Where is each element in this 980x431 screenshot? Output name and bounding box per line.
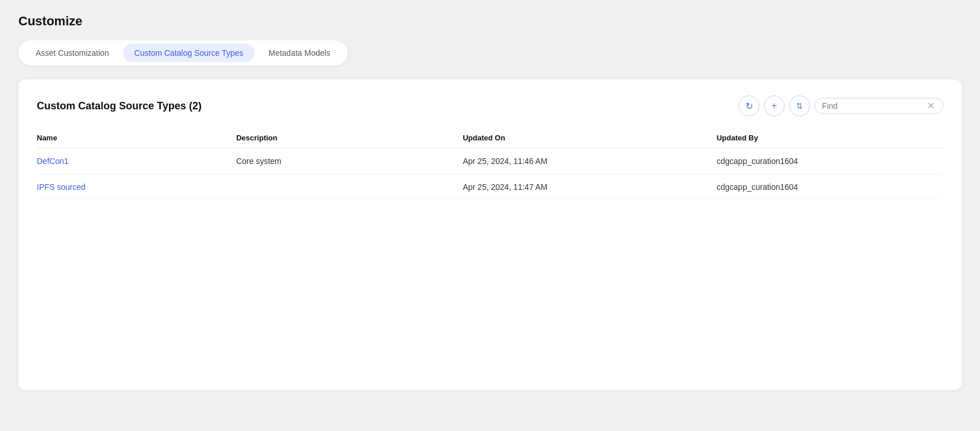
cell-updated-on: Apr 25, 2024, 11:47 AM xyxy=(463,174,717,200)
col-header-updated-by: Updated By xyxy=(717,128,943,148)
content-card: Custom Catalog Source Types (2) ↻ + ⇅ ✕ … xyxy=(18,79,962,390)
table-header-row: Name Description Updated On Updated By xyxy=(37,128,943,148)
row-name-link[interactable]: IPFS sourced xyxy=(37,182,86,192)
col-header-name: Name xyxy=(37,128,236,148)
table-row: IPFS sourcedApr 25, 2024, 11:47 AMcdgcap… xyxy=(37,174,943,200)
search-box: ✕ xyxy=(814,98,943,114)
cell-name: IPFS sourced xyxy=(37,174,236,200)
search-input[interactable] xyxy=(822,101,923,110)
refresh-button[interactable]: ↻ xyxy=(739,96,759,116)
card-header: Custom Catalog Source Types (2) ↻ + ⇅ ✕ xyxy=(37,96,943,116)
tab-custom-catalog-source-types[interactable]: Custom Catalog Source Types xyxy=(123,44,255,62)
add-button[interactable]: + xyxy=(764,96,785,116)
header-actions: ↻ + ⇅ ✕ xyxy=(739,96,943,116)
tabs-bar: Asset Customization Custom Catalog Sourc… xyxy=(18,40,348,66)
tab-asset-customization[interactable]: Asset Customization xyxy=(24,44,121,62)
data-table: Name Description Updated On Updated By D… xyxy=(37,128,943,200)
sort-icon: ⇅ xyxy=(796,101,803,110)
cell-description: Core system xyxy=(236,148,463,174)
cell-updated-by: cdgcapp_curation1604 xyxy=(717,174,943,200)
page-title: Customize xyxy=(18,14,962,29)
cell-name: DefCon1 xyxy=(37,148,236,174)
search-clear-button[interactable]: ✕ xyxy=(926,101,936,110)
cell-updated-by: cdgcapp_curation1604 xyxy=(717,148,943,174)
col-header-updated-on: Updated On xyxy=(463,128,717,148)
table-row: DefCon1Core systemApr 25, 2024, 11:46 AM… xyxy=(37,148,943,174)
sort-button[interactable]: ⇅ xyxy=(789,96,810,116)
card-title: Custom Catalog Source Types (2) xyxy=(37,100,202,112)
cell-description xyxy=(236,174,463,200)
row-name-link[interactable]: DefCon1 xyxy=(37,157,68,166)
tab-metadata-models[interactable]: Metadata Models xyxy=(257,44,341,62)
cell-updated-on: Apr 25, 2024, 11:46 AM xyxy=(463,148,717,174)
col-header-description: Description xyxy=(236,128,463,148)
add-icon: + xyxy=(771,101,777,111)
refresh-icon: ↻ xyxy=(745,101,753,112)
